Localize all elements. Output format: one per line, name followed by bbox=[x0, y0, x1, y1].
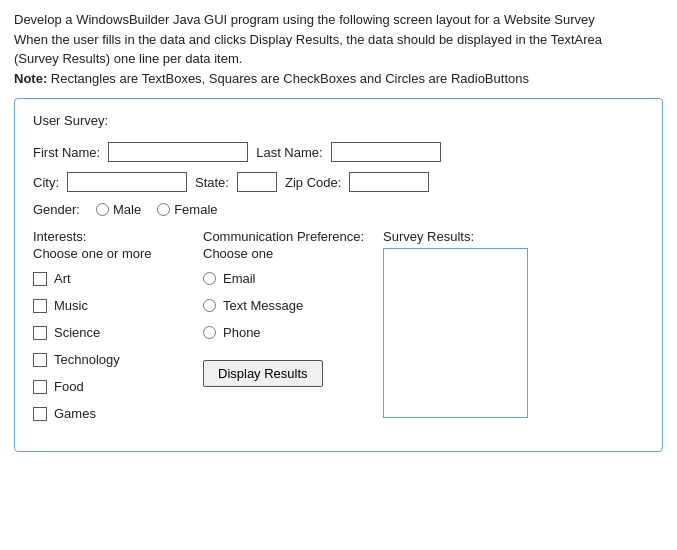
phone-radio[interactable] bbox=[203, 326, 216, 339]
female-label: Female bbox=[174, 202, 217, 217]
note-label: Note: bbox=[14, 71, 47, 86]
comm-title: Communication Preference: bbox=[203, 229, 373, 244]
survey-box: User Survey: First Name: Last Name: City… bbox=[14, 98, 663, 452]
interest-music[interactable]: Music bbox=[33, 298, 193, 313]
music-checkbox[interactable] bbox=[33, 299, 47, 313]
gender-row: Gender: Male Female bbox=[33, 202, 644, 217]
technology-label: Technology bbox=[54, 352, 120, 367]
comm-sub: Choose one bbox=[203, 246, 373, 261]
zip-label: Zip Code: bbox=[285, 175, 341, 190]
textmsg-radio[interactable] bbox=[203, 299, 216, 312]
science-checkbox[interactable] bbox=[33, 326, 47, 340]
intro-line1: Develop a WindowsBuilder Java GUI progra… bbox=[14, 12, 595, 27]
female-radio[interactable] bbox=[157, 203, 170, 216]
survey-results-textarea[interactable] bbox=[383, 248, 528, 418]
comm-email[interactable]: Email bbox=[203, 271, 373, 286]
intro-line2: When the user fills in the data and clic… bbox=[14, 32, 602, 47]
art-checkbox[interactable] bbox=[33, 272, 47, 286]
lastname-label: Last Name: bbox=[256, 145, 322, 160]
interest-technology[interactable]: Technology bbox=[33, 352, 193, 367]
interests-column: Interests: Choose one or more Art Music … bbox=[33, 229, 193, 433]
results-label: Survey Results: bbox=[383, 229, 533, 244]
state-label: State: bbox=[195, 175, 229, 190]
interest-science[interactable]: Science bbox=[33, 325, 193, 340]
games-label: Games bbox=[54, 406, 96, 421]
intro-line3: (Survey Results) one line per data item. bbox=[14, 51, 242, 66]
results-column: Survey Results: bbox=[383, 229, 533, 421]
city-label: City: bbox=[33, 175, 59, 190]
food-checkbox[interactable] bbox=[33, 380, 47, 394]
science-label: Science bbox=[54, 325, 100, 340]
phone-label: Phone bbox=[223, 325, 261, 340]
interest-food[interactable]: Food bbox=[33, 379, 193, 394]
note-text: Rectangles are TextBoxes, Squares are Ch… bbox=[47, 71, 529, 86]
art-label: Art bbox=[54, 271, 71, 286]
technology-checkbox[interactable] bbox=[33, 353, 47, 367]
comm-textmsg[interactable]: Text Message bbox=[203, 298, 373, 313]
male-option[interactable]: Male bbox=[96, 202, 141, 217]
firstname-input[interactable] bbox=[108, 142, 248, 162]
display-results-button[interactable]: Display Results bbox=[203, 360, 323, 387]
food-label: Food bbox=[54, 379, 84, 394]
email-label: Email bbox=[223, 271, 256, 286]
intro-text: Develop a WindowsBuilder Java GUI progra… bbox=[14, 10, 663, 88]
survey-title: User Survey: bbox=[33, 113, 644, 128]
firstname-label: First Name: bbox=[33, 145, 100, 160]
gender-label: Gender: bbox=[33, 202, 80, 217]
male-radio[interactable] bbox=[96, 203, 109, 216]
zip-input[interactable] bbox=[349, 172, 429, 192]
main-section: Interests: Choose one or more Art Music … bbox=[33, 229, 644, 433]
games-checkbox[interactable] bbox=[33, 407, 47, 421]
lastname-input[interactable] bbox=[331, 142, 441, 162]
name-row: First Name: Last Name: bbox=[33, 142, 644, 162]
music-label: Music bbox=[54, 298, 88, 313]
female-option[interactable]: Female bbox=[157, 202, 217, 217]
comm-phone[interactable]: Phone bbox=[203, 325, 373, 340]
interests-title: Interests: bbox=[33, 229, 193, 244]
city-input[interactable] bbox=[67, 172, 187, 192]
textmsg-label: Text Message bbox=[223, 298, 303, 313]
email-radio[interactable] bbox=[203, 272, 216, 285]
interest-games[interactable]: Games bbox=[33, 406, 193, 421]
state-input[interactable] bbox=[237, 172, 277, 192]
male-label: Male bbox=[113, 202, 141, 217]
interest-art[interactable]: Art bbox=[33, 271, 193, 286]
comm-column: Communication Preference: Choose one Ema… bbox=[203, 229, 373, 387]
interests-sub: Choose one or more bbox=[33, 246, 193, 261]
address-row: City: State: Zip Code: bbox=[33, 172, 644, 192]
